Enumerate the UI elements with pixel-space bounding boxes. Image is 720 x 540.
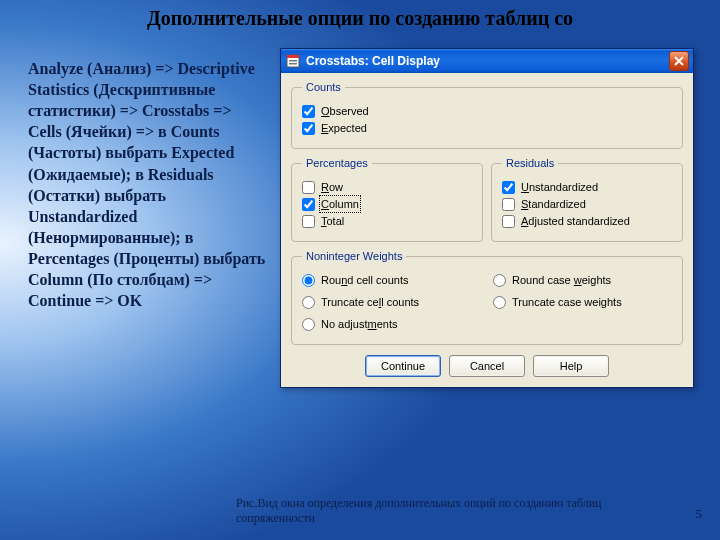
column-option[interactable]: Column — [302, 197, 472, 211]
counts-group: Counts Observed Expected — [291, 81, 683, 149]
weights-group: Noninteger Weights Round cell counts Rou… — [291, 250, 683, 345]
instructions-text: Analyze (Анализ) => Descriptive Statisti… — [28, 58, 268, 311]
round-cell-option[interactable]: Round cell counts — [302, 273, 481, 287]
slide-title: Дополнительные опции по созданию таблиц … — [0, 6, 720, 30]
round-cell-radio[interactable] — [302, 274, 315, 287]
counts-legend: Counts — [302, 81, 345, 93]
svg-rect-2 — [289, 60, 297, 62]
adjusted-option[interactable]: Adjusted standardized — [502, 214, 672, 228]
round-case-option[interactable]: Round case weights — [493, 273, 672, 287]
truncate-cell-option[interactable]: Truncate cell counts — [302, 295, 481, 309]
svg-rect-1 — [287, 55, 299, 58]
no-adjustments-option[interactable]: No adjustments — [302, 317, 481, 331]
observed-option[interactable]: Observed — [302, 104, 672, 118]
total-checkbox[interactable] — [302, 215, 315, 228]
residuals-group: Residuals Unstandardized Standardized Ad… — [491, 157, 683, 242]
help-button[interactable]: Help — [533, 355, 609, 377]
weights-legend: Noninteger Weights — [302, 250, 406, 262]
round-case-radio[interactable] — [493, 274, 506, 287]
adjusted-checkbox[interactable] — [502, 215, 515, 228]
no-adjustments-radio[interactable] — [302, 318, 315, 331]
row-option[interactable]: Row — [302, 180, 472, 194]
percentages-legend: Percentages — [302, 157, 372, 169]
unstandardized-checkbox[interactable] — [502, 181, 515, 194]
row-checkbox[interactable] — [302, 181, 315, 194]
standardized-option[interactable]: Standardized — [502, 197, 672, 211]
app-icon — [285, 53, 301, 69]
unstandardized-option[interactable]: Unstandardized — [502, 180, 672, 194]
truncate-cell-radio[interactable] — [302, 296, 315, 309]
titlebar[interactable]: Crosstabs: Cell Display — [281, 49, 693, 73]
close-button[interactable] — [669, 51, 689, 71]
svg-rect-3 — [289, 63, 297, 65]
continue-button[interactable]: Continue — [365, 355, 441, 377]
page-number: 5 — [696, 506, 703, 522]
button-bar: Continue Cancel Help — [291, 353, 683, 377]
crosstabs-dialog: Crosstabs: Cell Display Counts Observed … — [280, 48, 694, 388]
dialog-body: Counts Observed Expected Percentages Row… — [281, 73, 693, 387]
observed-checkbox[interactable] — [302, 105, 315, 118]
total-option[interactable]: Total — [302, 214, 472, 228]
figure-caption: Рис.Вид окна определения дополнительных … — [236, 496, 656, 526]
cancel-button[interactable]: Cancel — [449, 355, 525, 377]
column-checkbox[interactable] — [302, 198, 315, 211]
expected-checkbox[interactable] — [302, 122, 315, 135]
residuals-legend: Residuals — [502, 157, 558, 169]
dialog-title: Crosstabs: Cell Display — [306, 54, 669, 68]
truncate-case-radio[interactable] — [493, 296, 506, 309]
expected-option[interactable]: Expected — [302, 121, 672, 135]
truncate-case-option[interactable]: Truncate case weights — [493, 295, 672, 309]
percentages-group: Percentages Row Column Total — [291, 157, 483, 242]
standardized-checkbox[interactable] — [502, 198, 515, 211]
